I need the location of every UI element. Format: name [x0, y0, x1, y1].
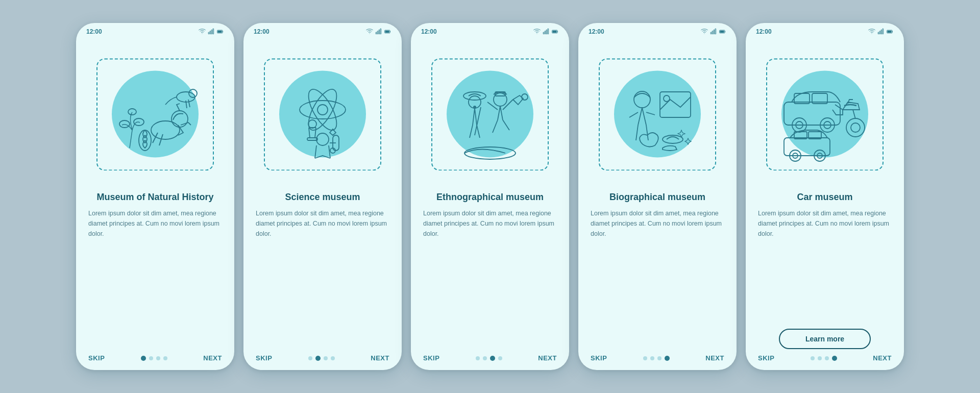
battery-icon-1 — [217, 28, 224, 35]
illustration-car — [746, 38, 904, 186]
svg-rect-25 — [307, 138, 317, 140]
illustration-science — [243, 38, 402, 186]
wifi-icon-4 — [701, 28, 708, 35]
phone-car: 12:00 — [746, 23, 904, 370]
svg-rect-53 — [879, 31, 880, 34]
svg-rect-69 — [784, 138, 830, 156]
dot-5-3 — [832, 356, 837, 361]
illustration-ethnographical — [411, 38, 569, 186]
svg-point-12 — [128, 109, 136, 115]
phone-title-3: Ethnographical museum — [423, 191, 557, 203]
svg-rect-47 — [720, 31, 724, 33]
bottom-nav-2: SKIP NEXT — [243, 349, 402, 370]
phone-title-4: Biographical museum — [591, 191, 724, 203]
dot-4-0 — [643, 356, 647, 360]
battery-icon-5 — [887, 28, 894, 35]
svg-rect-54 — [881, 30, 882, 34]
status-bar-5: 12:00 — [746, 23, 904, 38]
dots-2 — [308, 356, 335, 361]
status-icons-1 — [199, 28, 224, 35]
signal-icon-5 — [877, 28, 885, 35]
status-bar-1: 12:00 — [76, 23, 234, 38]
svg-rect-2 — [211, 30, 212, 34]
svg-rect-15 — [377, 31, 378, 34]
next-button-4[interactable]: NEXT — [705, 354, 724, 362]
text-area-3: Ethnographical museum Lorem ipsum dolor … — [411, 186, 569, 349]
svg-rect-5 — [217, 31, 222, 33]
dot-5-1 — [818, 356, 822, 360]
next-button-2[interactable]: NEXT — [371, 354, 389, 362]
signal-icon-3 — [543, 28, 550, 35]
dot-3-1 — [483, 356, 487, 360]
dot-4-1 — [650, 356, 654, 360]
phone-title-5: Car museum — [758, 191, 892, 203]
status-time-5: 12:00 — [756, 28, 772, 35]
dot-3-0 — [476, 356, 480, 360]
skip-button-3[interactable]: SKIP — [423, 354, 439, 362]
svg-rect-44 — [714, 30, 715, 34]
svg-rect-14 — [376, 32, 377, 34]
svg-rect-29 — [543, 32, 544, 34]
dot-5-0 — [811, 356, 815, 360]
bottom-nav-5: SKIP NEXT — [746, 349, 904, 370]
svg-rect-32 — [548, 29, 549, 34]
skip-button-1[interactable]: SKIP — [88, 354, 105, 362]
bottom-nav-3: SKIP NEXT — [411, 349, 569, 370]
svg-rect-34 — [552, 31, 556, 33]
illustration-natural-history — [76, 38, 234, 186]
svg-point-20 — [317, 105, 328, 115]
phone-desc-2: Lorem ipsum dolor sit dim amet, mea regi… — [256, 208, 389, 349]
dot-3-2 — [490, 356, 495, 361]
svg-rect-57 — [887, 31, 891, 33]
next-button-5[interactable]: NEXT — [873, 354, 892, 362]
dinosaur-illustration — [99, 59, 211, 171]
next-button-3[interactable]: NEXT — [538, 354, 557, 362]
signal-icon-4 — [710, 28, 717, 35]
bottom-nav-4: SKIP NEXT — [578, 349, 737, 370]
status-time-3: 12:00 — [421, 28, 437, 35]
svg-point-37 — [464, 147, 516, 159]
skip-button-2[interactable]: SKIP — [256, 354, 272, 362]
ethnographical-illustration — [434, 59, 546, 171]
dots-5 — [811, 356, 837, 361]
text-area-1: Museum of Natural History Lorem ipsum do… — [76, 186, 234, 349]
status-icons-4 — [701, 28, 726, 35]
svg-rect-42 — [710, 32, 712, 34]
skip-button-5[interactable]: SKIP — [758, 354, 774, 362]
svg-rect-17 — [380, 29, 381, 34]
phone-science: 12:00 — [243, 23, 402, 370]
skip-button-4[interactable]: SKIP — [591, 354, 607, 362]
status-icons-5 — [868, 28, 894, 35]
status-bar-4: 12:00 — [578, 23, 737, 38]
dot-2-1 — [315, 356, 321, 361]
signal-icon-1 — [208, 28, 215, 35]
status-time-4: 12:00 — [589, 28, 604, 35]
svg-point-21 — [300, 101, 346, 119]
svg-point-24 — [316, 133, 329, 145]
dot-4-3 — [665, 356, 670, 361]
battery-icon-2 — [384, 28, 391, 35]
dot-5-2 — [825, 356, 829, 360]
status-icons-2 — [366, 28, 391, 35]
car-illustration — [769, 59, 881, 171]
dot-4-2 — [657, 356, 662, 360]
svg-rect-1 — [210, 31, 211, 34]
dot-1-2 — [156, 356, 160, 360]
phone-biographical: 12:00 — [578, 23, 737, 370]
svg-point-40 — [522, 94, 528, 100]
svg-rect-45 — [715, 29, 716, 34]
biographical-illustration — [601, 59, 714, 171]
dot-1-3 — [163, 356, 167, 360]
status-time-1: 12:00 — [86, 28, 102, 35]
svg-point-66 — [851, 123, 860, 132]
next-button-1[interactable]: NEXT — [203, 354, 222, 362]
status-icons-3 — [533, 28, 559, 35]
wifi-icon-1 — [199, 28, 206, 35]
text-area-5: Car museum Lorem ipsum dolor sit dim ame… — [746, 186, 904, 349]
svg-rect-30 — [545, 31, 546, 34]
dot-2-0 — [308, 356, 312, 360]
learn-more-button[interactable]: Learn more — [779, 329, 871, 349]
svg-point-26 — [308, 120, 316, 128]
phone-desc-3: Lorem ipsum dolor sit dim amet, mea regi… — [423, 208, 557, 349]
dots-1 — [141, 356, 167, 361]
